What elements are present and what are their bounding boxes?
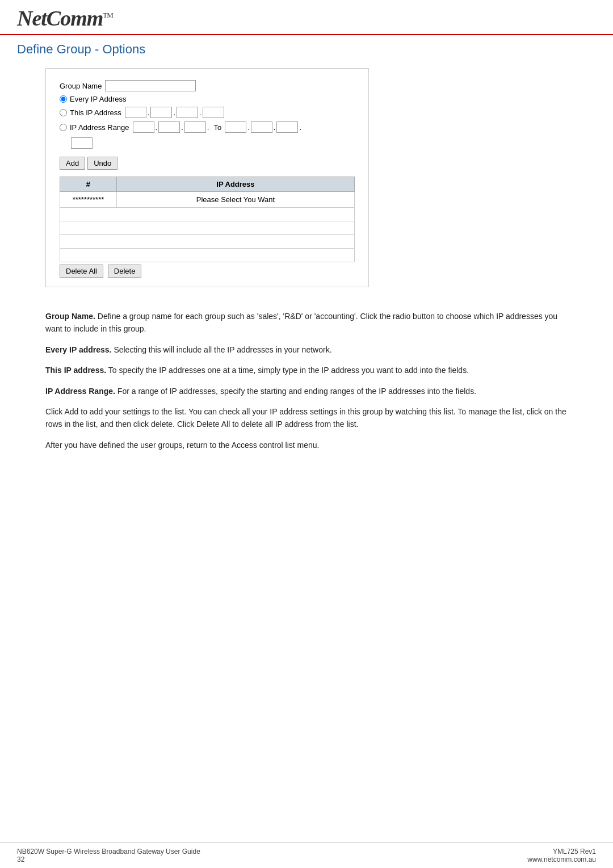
desc-after: After you have defined the user groups, … — [45, 439, 568, 451]
footer-right-line1: YML725 Rev1 — [527, 848, 596, 856]
this-ip-radio[interactable] — [60, 109, 67, 116]
desc-this-ip: This IP address. To specify the IP addre… — [45, 364, 568, 376]
ip-range-label: IP Address Range — [70, 123, 129, 132]
range-end-sep1: . — [247, 123, 250, 132]
this-ip-row: This IP Address . . . — [60, 107, 355, 118]
range-end-sep3: . — [299, 123, 301, 132]
range-end-octet2[interactable] — [251, 121, 272, 133]
this-ip-sep2: . — [173, 108, 175, 117]
table-row[interactable]: *********** Please Select You Want — [60, 192, 355, 208]
footer-right: YML725 Rev1 www.netcomm.com.au — [527, 848, 596, 863]
table-cell-message: Please Select You Want — [116, 192, 354, 208]
desc-this-ip-text: To specify the IP addresses one at a tim… — [108, 366, 469, 375]
table-cell-prefix: *********** — [60, 192, 117, 208]
logo-netcomm: NetComm — [17, 6, 103, 30]
table-empty-row2 — [60, 221, 355, 235]
add-button[interactable]: Add — [60, 157, 85, 170]
range-start-octet3[interactable] — [184, 121, 206, 133]
delete-button[interactable]: Delete — [108, 265, 142, 278]
header: NetCommTM — [0, 0, 613, 35]
desc-group-name: Group Name. Define a group name for each… — [45, 310, 568, 336]
logo-tm: TM — [103, 11, 113, 19]
range-sep3: . — [207, 123, 209, 132]
desc-ip-range-bold: IP Address Range. — [45, 387, 115, 396]
footer-left-line1: NB620W Super-G Wireless Broadband Gatewa… — [17, 848, 200, 856]
desc-after-text: After you have defined the user groups, … — [45, 441, 320, 450]
table-empty-row3 — [60, 235, 355, 249]
form-buttons-row: Add Undo — [60, 157, 355, 170]
group-name-input[interactable] — [105, 80, 196, 91]
ip-table: # IP Address *********** Please Select Y… — [60, 177, 355, 262]
ip-range-row1: IP Address Range . . . To . . . — [60, 121, 355, 133]
logo: NetCommTM — [17, 6, 113, 31]
this-ip-octet1[interactable] — [125, 107, 146, 118]
range-end-octet1[interactable] — [225, 121, 246, 133]
footer-right-line2: www.netcomm.com.au — [527, 856, 596, 863]
range-end-sep2: . — [274, 123, 276, 132]
desc-group-name-bold: Group Name. — [45, 312, 95, 321]
every-ip-radio[interactable] — [60, 95, 67, 103]
footer-left-line2: 32 — [17, 856, 200, 863]
ip-range-full: IP Address Range . . . To . . . — [60, 121, 355, 149]
table-col-hash: # — [60, 177, 117, 192]
description-section: Group Name. Define a group name for each… — [45, 310, 568, 451]
range-last-octet[interactable] — [71, 137, 93, 149]
desc-group-name-text: Define a group name for each group such … — [45, 312, 557, 333]
undo-button[interactable]: Undo — [87, 157, 117, 170]
footer-left: NB620W Super-G Wireless Broadband Gatewa… — [17, 848, 200, 863]
delete-all-button[interactable]: Delete All — [60, 265, 103, 278]
ip-range-radio[interactable] — [60, 124, 67, 131]
desc-every-ip-bold: Every IP address. — [45, 345, 111, 354]
every-ip-label: Every IP Address — [70, 95, 126, 103]
group-name-label: Group Name — [60, 82, 102, 90]
range-sep1: . — [156, 123, 158, 132]
desc-ip-range-text: For a range of IP addresses, specify the… — [117, 387, 476, 396]
table-actions: Delete All Delete — [60, 265, 355, 278]
this-ip-octet3[interactable] — [177, 107, 198, 118]
form-panel: Group Name Every IP Address This IP Addr… — [45, 68, 369, 287]
ip-range-row2 — [71, 137, 355, 149]
this-ip-sep3: . — [199, 108, 201, 117]
this-ip-octet2[interactable] — [150, 107, 172, 118]
desc-every-ip-text: Selecting this will include all the IP a… — [114, 345, 331, 354]
footer: NB620W Super-G Wireless Broadband Gatewa… — [0, 842, 613, 868]
range-sep2: . — [181, 123, 183, 132]
desc-this-ip-bold: This IP address. — [45, 366, 106, 375]
this-ip-label: This IP Address — [70, 108, 121, 117]
to-label: To — [213, 123, 221, 132]
this-ip-sep1: . — [148, 108, 150, 117]
desc-every-ip: Every IP address. Selecting this will in… — [45, 343, 568, 356]
desc-click-add-text: Click Add to add your settings to the li… — [45, 407, 566, 429]
desc-click-add: Click Add to add your settings to the li… — [45, 405, 568, 431]
this-ip-octet4[interactable] — [203, 107, 224, 118]
table-header-row: # IP Address — [60, 177, 355, 192]
main-content: Group Name Every IP Address This IP Addr… — [0, 62, 613, 471]
desc-ip-range: IP Address Range. For a range of IP addr… — [45, 385, 568, 397]
table-empty-row4 — [60, 249, 355, 262]
range-end-octet3[interactable] — [276, 121, 298, 133]
range-start-octet1[interactable] — [133, 121, 154, 133]
page-title: Define Group - Options — [0, 35, 613, 62]
every-ip-row: Every IP Address — [60, 95, 355, 103]
group-name-row: Group Name — [60, 80, 355, 91]
table-col-ip: IP Address — [116, 177, 354, 192]
range-start-octet2[interactable] — [158, 121, 180, 133]
table-empty-row1 — [60, 208, 355, 221]
